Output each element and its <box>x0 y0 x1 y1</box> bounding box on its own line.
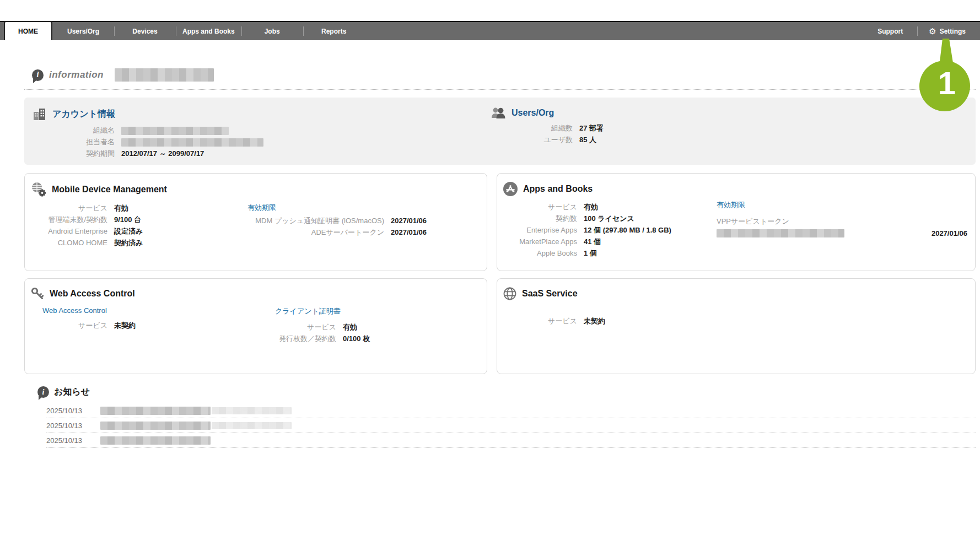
apps-row: Apple Books 1 個 <box>497 249 712 258</box>
android-enterprise-value: 設定済み <box>114 227 143 236</box>
saas-row: サービス 未契約 <box>497 317 712 326</box>
users-org-row: 組織数 27 部署 <box>490 124 976 133</box>
row-label: サービス <box>25 321 107 330</box>
apps-row: サービス 有効 <box>497 203 712 212</box>
users-org-section: Users/Org 組織数 27 部署 ユーザ数 85 人 <box>490 98 976 165</box>
row-label: 組織名 <box>32 126 115 135</box>
redacted-notice-extra <box>212 422 292 429</box>
redacted-vpp-token <box>717 229 844 237</box>
row-label: サービス <box>497 203 577 212</box>
notices-title: お知らせ <box>54 386 90 398</box>
account-row: 契約期間 2012/07/17 ～ 2099/07/17 <box>32 149 490 158</box>
globe-icon <box>503 287 517 301</box>
users-icon <box>490 106 507 120</box>
mdm-cert-row: ADEサーバートークン 2027/01/06 <box>240 228 479 237</box>
cards-row-2: Web Access Control Web Access Control サー… <box>24 278 976 374</box>
row-label: サービス <box>240 323 336 332</box>
cards-row-1: Mobile Device Management サービス 有効 管理端末数/契… <box>24 173 976 271</box>
information-title: information <box>49 69 104 80</box>
redacted-notice-title <box>100 436 211 445</box>
notices-section: i お知らせ 2025/10/13 2025/10/13 2025/10/13 <box>24 386 976 448</box>
information-divider <box>24 89 976 90</box>
redacted-notice-extra <box>212 407 292 414</box>
mdm-expiry-link[interactable]: 有効期限 <box>247 203 276 213</box>
tab-devices[interactable]: Devices <box>114 22 176 40</box>
row-label: 発行枚数／契約数 <box>240 334 336 343</box>
row-label: 契約期間 <box>32 149 115 158</box>
push-cert-expiry-value: 2027/01/06 <box>391 217 427 225</box>
notice-row[interactable]: 2025/10/13 <box>46 403 976 418</box>
tab-home[interactable]: HOME <box>4 21 52 40</box>
cert-issued-count-value: 0/100 枚 <box>343 334 370 343</box>
tab-reports[interactable]: Reports <box>303 22 365 40</box>
notice-date: 2025/10/13 <box>46 436 91 445</box>
mdm-device-gear-icon <box>30 181 47 198</box>
enterprise-apps-value: 12 個 (297.80 MB / 1.8 GB) <box>584 226 671 235</box>
card-mdm: Mobile Device Management サービス 有効 管理端末数/契… <box>24 173 487 271</box>
row-label: MDM プッシュ通知証明書 (iOS/macOS) <box>240 217 384 225</box>
row-label: Enterprise Apps <box>497 226 577 235</box>
card-web-access-control: Web Access Control Web Access Control サー… <box>24 278 487 374</box>
info-bubble-icon: i <box>32 69 44 81</box>
key-icon <box>30 287 45 301</box>
row-label: 担当者名 <box>32 138 115 147</box>
apps-expiry-link[interactable]: 有効期限 <box>717 200 967 210</box>
notice-row[interactable]: 2025/10/13 <box>46 418 976 433</box>
tab-apps-and-books[interactable]: Apps and Books <box>176 22 241 40</box>
row-label: 組織数 <box>490 124 573 133</box>
info-bubble-icon: i <box>37 386 49 398</box>
annotation-badge-1: 1 <box>917 39 972 112</box>
row-label: サービス <box>25 204 107 213</box>
wac-row: サービス 未契約 <box>25 321 240 330</box>
client-cert-link[interactable]: クライアント証明書 <box>275 306 341 316</box>
wac-service-value: 未契約 <box>114 321 136 330</box>
wac-link[interactable]: Web Access Control <box>42 306 107 315</box>
account-section: アカウント情報 組織名 担当者名 契約期間 2012/07/17 ～ 2099/… <box>24 98 490 165</box>
card-saas-service: SaaS Service サービス 未契約 <box>497 278 976 374</box>
org-count-value: 27 部署 <box>579 124 604 133</box>
nav-right: Support ⚙ Settings <box>863 22 980 40</box>
tab-users-org[interactable]: Users/Org <box>52 22 114 40</box>
redacted-notice-title <box>100 407 211 415</box>
contract-period-value: 2012/07/17 ～ 2099/07/17 <box>121 149 204 158</box>
main-content: i information アカウント情報 <box>24 40 976 448</box>
settings-link[interactable]: ⚙ Settings <box>918 27 966 35</box>
support-link[interactable]: Support <box>863 28 917 35</box>
saas-service-value: 未契約 <box>584 317 605 326</box>
vpp-expiry-date: 2027/01/06 <box>931 229 967 237</box>
row-label: ADEサーバートークン <box>240 228 384 237</box>
apps-row: Enterprise Apps 12 個 (297.80 MB / 1.8 GB… <box>497 226 712 235</box>
tab-jobs[interactable]: Jobs <box>241 22 303 40</box>
account-row: 担当者名 <box>32 138 490 147</box>
wac-title: Web Access Control <box>50 289 135 299</box>
marketplace-apps-value: 41 個 <box>584 237 601 246</box>
vpp-token-label: VPPサービストークン <box>717 217 967 226</box>
apps-and-books-title: Apps and Books <box>523 184 593 194</box>
users-org-row: ユーザ数 85 人 <box>490 136 976 144</box>
apps-row: MarketPlace Apps 41 個 <box>497 237 712 246</box>
row-label: MarketPlace Apps <box>497 237 577 246</box>
users-org-title: Users/Org <box>511 108 554 118</box>
mdm-cert-row: MDM プッシュ通知証明書 (iOS/macOS) 2027/01/06 <box>240 217 479 225</box>
apple-books-value: 1 個 <box>584 249 597 258</box>
account-panel: アカウント情報 組織名 担当者名 契約期間 2012/07/17 ～ 2099/… <box>24 98 976 165</box>
mdm-row: CLOMO HOME 契約済み <box>25 239 240 247</box>
gear-icon: ⚙ <box>929 27 936 35</box>
mdm-row: サービス 有効 <box>25 204 240 213</box>
top-navbar: HOME Users/Org Devices Apps and Books Jo… <box>0 21 980 40</box>
mdm-row: 管理端末数/契約数 9/100 台 <box>25 215 240 224</box>
clomo-panel-home: HOME Users/Org Devices Apps and Books Jo… <box>0 0 980 551</box>
row-label: Android Enterprise <box>25 227 107 236</box>
mdm-row: Android Enterprise 設定済み <box>25 227 240 236</box>
clomo-home-value: 契約済み <box>114 239 143 247</box>
redacted-information-text <box>115 68 214 82</box>
notice-date: 2025/10/13 <box>46 422 91 430</box>
nav-tabs: Users/Org Devices Apps and Books Jobs Re… <box>52 22 365 40</box>
row-label: サービス <box>497 317 577 326</box>
mdm-title: Mobile Device Management <box>52 185 167 195</box>
notice-row[interactable]: 2025/10/13 <box>46 433 976 448</box>
notice-date: 2025/10/13 <box>46 407 91 415</box>
information-header: i information <box>32 67 976 83</box>
settings-label: Settings <box>940 28 966 35</box>
client-cert-row: 発行枚数／契約数 0/100 枚 <box>240 334 479 343</box>
